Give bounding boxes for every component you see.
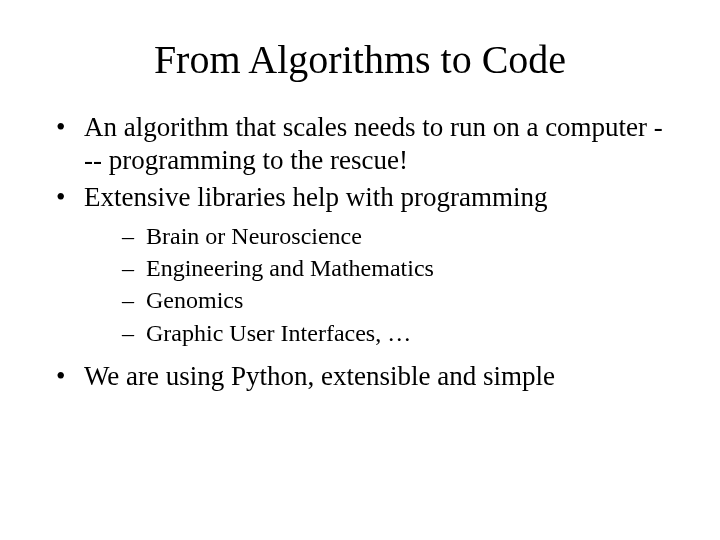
bullet-text: We are using Python, extensible and simp… (84, 361, 555, 391)
slide-body: An algorithm that scales needs to run on… (0, 111, 720, 393)
sub-bullet-list: Brain or Neuroscience Engineering and Ma… (84, 222, 670, 348)
bullet-text: An algorithm that scales needs to run on… (84, 112, 663, 175)
slide-title: From Algorithms to Code (0, 36, 720, 83)
sub-bullet-text: Graphic User Interfaces, … (146, 320, 411, 346)
sub-bullet-item: Graphic User Interfaces, … (120, 319, 670, 348)
slide: From Algorithms to Code An algorithm tha… (0, 36, 720, 540)
sub-bullet-item: Genomics (120, 286, 670, 315)
sub-bullet-text: Brain or Neuroscience (146, 223, 362, 249)
sub-bullet-item: Brain or Neuroscience (120, 222, 670, 251)
bullet-item: Extensive libraries help with programmin… (50, 181, 670, 348)
bullet-item: We are using Python, extensible and simp… (50, 360, 670, 393)
bullet-item: An algorithm that scales needs to run on… (50, 111, 670, 177)
sub-bullet-item: Engineering and Mathematics (120, 254, 670, 283)
sub-bullet-text: Engineering and Mathematics (146, 255, 434, 281)
sub-bullet-text: Genomics (146, 287, 243, 313)
bullet-list: An algorithm that scales needs to run on… (50, 111, 670, 393)
bullet-text: Extensive libraries help with programmin… (84, 182, 547, 212)
